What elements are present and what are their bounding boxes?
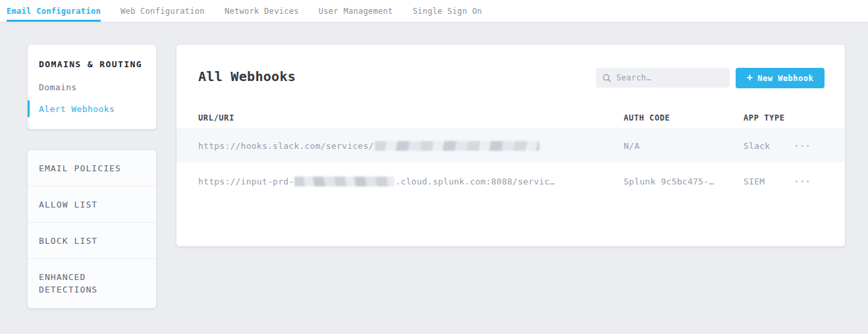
tab-web-configuration[interactable]: Web Configuration — [121, 0, 205, 22]
row-more-menu-icon[interactable]: ••• — [792, 129, 813, 162]
tab-network-devices[interactable]: Network Devices — [225, 0, 299, 22]
cell-app-type: SIEM — [744, 162, 765, 200]
redacted-url-segment — [294, 177, 394, 186]
url-text: .cloud.splunk.com:8088/servic… — [395, 177, 555, 186]
cell-url: https://hooks.slack.com/services/ — [198, 129, 540, 162]
top-navigation: Email Configuration Web Configuration Ne… — [0, 0, 868, 22]
tab-single-sign-on[interactable]: Single Sign On — [413, 0, 482, 22]
cell-url: https://input-prd- .cloud.splunk.com:808… — [198, 162, 555, 200]
sidebar-domains-routing-card: DOMAINS & ROUTING Domains Alert Webhooks — [28, 45, 156, 129]
sidebar-item-allow-list[interactable]: ALLOW LIST — [28, 186, 156, 223]
sidebar-item-block-list[interactable]: BLOCK LIST — [28, 223, 156, 259]
table-header-row: URL/URI AUTH CODE APP TYPE — [176, 107, 845, 129]
cell-auth-code: Splunk 9c5bc475-… — [624, 162, 714, 200]
row-more-menu-icon[interactable]: ••• — [792, 162, 813, 200]
new-webhook-button[interactable]: + New Webhook — [736, 68, 825, 88]
sidebar-sections-card: EMAIL POLICIES ALLOW LIST BLOCK LIST ENH… — [28, 150, 156, 308]
table-row: https://input-prd- .cloud.splunk.com:808… — [176, 162, 845, 200]
sidebar-item-enhanced-detections[interactable]: ENHANCED DETECTIONS — [28, 259, 156, 308]
url-text: https://input-prd- — [198, 177, 294, 186]
webhooks-panel: All Webhooks + New Webhook URL/URI AUTH … — [176, 45, 845, 246]
table-row: https://hooks.slack.com/services/ N/A Sl… — [176, 129, 845, 162]
new-webhook-button-label: New Webhook — [757, 74, 813, 83]
page-title: All Webhooks — [198, 69, 296, 84]
search-icon — [603, 74, 611, 82]
redacted-url-segment — [375, 141, 539, 151]
url-text: https://hooks.slack.com/services/ — [198, 141, 374, 151]
search-box — [596, 68, 730, 88]
active-item-indicator — [28, 100, 30, 117]
column-header-url: URL/URI — [198, 113, 234, 123]
sidebar-item-domains[interactable]: Domains — [39, 82, 77, 92]
cell-app-type: Slack — [744, 129, 770, 162]
sidebar-section-title: DOMAINS & ROUTING — [39, 59, 142, 69]
column-header-auth-code: AUTH CODE — [624, 113, 670, 123]
plus-icon: + — [747, 73, 753, 83]
cell-auth-code: N/A — [624, 129, 639, 162]
sidebar-item-alert-webhooks[interactable]: Alert Webhooks — [39, 104, 115, 114]
tab-email-configuration[interactable]: Email Configuration — [7, 0, 101, 22]
tab-user-management[interactable]: User Management — [319, 0, 393, 22]
column-header-app-type: APP TYPE — [744, 113, 785, 123]
search-input[interactable] — [616, 73, 723, 82]
sidebar-item-email-policies[interactable]: EMAIL POLICIES — [28, 150, 156, 186]
